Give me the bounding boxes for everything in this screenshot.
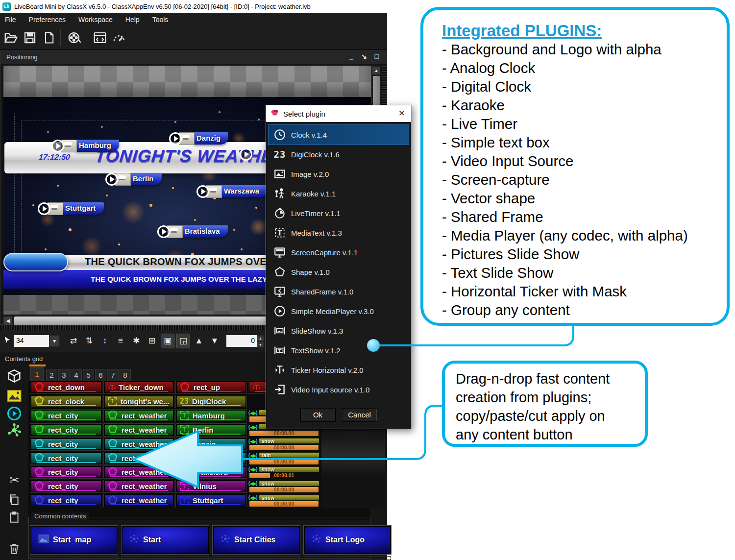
tab-5[interactable]: 5 — [83, 369, 94, 381]
common-button-start-map[interactable]: Start_map — [30, 526, 118, 554]
tab-7[interactable]: 7 — [107, 369, 119, 381]
image-content-icon[interactable] — [5, 388, 23, 404]
open-project-icon[interactable] — [2, 29, 19, 46]
media-reel-icon[interactable] — [66, 29, 83, 46]
border-mode-icon[interactable]: ▣ — [161, 334, 174, 348]
layer-down-icon[interactable]: ▼ — [208, 334, 221, 348]
content-button[interactable]: TBerlin — [176, 424, 246, 436]
media-cell[interactable]: (◀▶)snow 00:00.00 — [248, 438, 319, 450]
common-button-start-cities[interactable]: Start Cities — [213, 526, 300, 554]
city-label-danzig[interactable]: Danzig — [169, 132, 228, 145]
effects-hub-icon[interactable] — [5, 422, 23, 438]
content-button[interactable]: rect_city — [30, 494, 102, 507]
city-label-stuttgart[interactable]: Stuttgart — [38, 202, 104, 215]
content-button[interactable]: Tdanzig — [176, 438, 246, 450]
content-button[interactable]: rect_clock — [30, 395, 102, 408]
content-button[interactable]: THamburg — [176, 410, 246, 422]
center-object-icon[interactable]: ✱ — [129, 334, 143, 348]
plugin-item-ticker[interactable]: Ticker Horizontal v.2.0 — [269, 360, 409, 380]
content-button[interactable]: rect_city — [30, 452, 102, 464]
plugin-item-mediaplayer[interactable]: Simple MediaPlayer v.3.0 — [269, 301, 409, 321]
align-horizontal-icon[interactable]: ⇄ — [67, 334, 80, 348]
plugin-item-clock[interactable]: Clock v.1.4 — [269, 125, 409, 145]
dialog-titlebar[interactable]: Select plugin ✕ — [266, 105, 411, 122]
content-button[interactable]: rect_city — [30, 466, 102, 478]
media-cell[interactable]: (◀▶)snow 00:00.00 — [248, 494, 319, 507]
common-button-start-logo[interactable]: Start Logo — [304, 526, 391, 554]
code-window-icon[interactable] — [92, 29, 108, 46]
content-button[interactable]: rect_city — [30, 424, 102, 436]
plugin-item-textshow[interactable]: TextShow v.1.2 — [269, 341, 409, 360]
content-button[interactable]: rect_weather — [104, 410, 174, 422]
media-cell[interactable]: (◀▶)rain 00:00.00 — [248, 452, 319, 464]
content-button[interactable]: rect_city — [30, 438, 102, 450]
paste-icon[interactable] — [5, 509, 23, 526]
content-button[interactable]: rect_weather — [104, 480, 174, 492]
content-button[interactable]: rect_weather — [104, 494, 174, 507]
plugin-item-karaoke[interactable]: Karaoke v.1.1 — [269, 184, 409, 203]
content-button[interactable]: Twarszawa — [176, 452, 246, 464]
content-button[interactable]: rect_city — [30, 480, 102, 492]
content-button[interactable]: rect_up — [176, 381, 246, 393]
city-label-berlin[interactable]: Berlin — [105, 172, 162, 186]
play-content-icon[interactable] — [5, 405, 23, 422]
layer-up-icon[interactable]: ▲ — [192, 334, 206, 348]
common-button-start[interactable]: Start — [122, 526, 209, 554]
tab-3[interactable]: 3 — [58, 369, 70, 381]
new-document-icon[interactable] — [41, 29, 57, 46]
plugin-item-shape[interactable]: Shape v.1.0 — [269, 262, 409, 282]
content-button[interactable]: 23DigiClock — [176, 395, 246, 408]
tab-6[interactable]: 6 — [95, 369, 106, 381]
tab-2[interactable]: 2 — [46, 369, 57, 381]
content-button[interactable]: rect_weather — [104, 438, 174, 450]
plugin-item-digiclock[interactable]: 23 DigiClock v.1.6 — [269, 145, 409, 164]
cut-icon[interactable]: ✂ — [5, 472, 23, 488]
menu-help[interactable]: Help — [125, 16, 140, 24]
menu-workspace[interactable]: Workspace — [78, 16, 113, 24]
menu-preferences[interactable]: Preferences — [29, 16, 66, 24]
plugin-item-slideshow[interactable]: SlideShow v.1.3 — [269, 321, 409, 341]
plugin-item-sharedframe[interactable]: SharedFrame v.1.0 — [269, 282, 409, 301]
cursor-tool-icon[interactable] — [3, 335, 12, 347]
align-top-icon[interactable]: ⇅ — [82, 334, 96, 348]
content-button[interactable]: ›T‹Ticker_down — [104, 381, 174, 393]
cube-3d-icon[interactable] — [5, 368, 23, 385]
media-cell[interactable]: (◀▶)snow 00:00.01 — [248, 466, 319, 478]
scroll-up-button[interactable]: ▲ — [372, 67, 380, 74]
content-button[interactable]: rect_weather — [104, 424, 174, 436]
scroll-left-button[interactable]: ◀ — [3, 317, 12, 325]
scale-mode-icon[interactable]: ◲ — [176, 334, 190, 348]
offset-spinner-input[interactable]: 0 — [226, 335, 257, 347]
tab-4[interactable]: 4 — [71, 369, 82, 381]
content-button[interactable]: rect_weather — [104, 452, 174, 464]
grid-size-dropdown[interactable]: ▾ — [49, 335, 60, 347]
tab-8[interactable]: 8 — [120, 369, 131, 381]
plugin-item-livetimer[interactable]: LiveTimer v.1.1 — [269, 203, 409, 223]
content-button[interactable]: rect_down — [30, 381, 102, 393]
close-icon[interactable]: ✕ — [398, 108, 405, 119]
performance-gauge-icon[interactable] — [111, 29, 127, 46]
plugin-item-videoinput[interactable]: Video Input source v.1.0 — [269, 380, 409, 399]
content-button[interactable]: TStuttgart — [176, 494, 246, 507]
media-cell[interactable]: (◀▶)snow 00:00.00 — [248, 480, 319, 492]
distribute-rows-icon[interactable]: ≡ — [114, 334, 127, 348]
spinner-buttons[interactable]: ▲▼ — [257, 335, 264, 347]
plugin-item-mediatext[interactable]: MediaText v.1.3 — [269, 223, 409, 243]
content-button[interactable]: TVilnius — [176, 480, 246, 492]
copy-icon[interactable] — [5, 491, 23, 508]
city-label-clipped[interactable] — [240, 147, 252, 161]
content-button[interactable]: rect_city — [30, 410, 102, 422]
tab-1[interactable]: 1 — [30, 367, 44, 381]
trash-icon[interactable] — [5, 540, 23, 557]
menu-file[interactable]: File — [5, 16, 16, 24]
plugin-item-screencapture[interactable]: ScreenCapture v.1.1 — [269, 243, 409, 262]
content-button[interactable]: Ttonight's we... — [104, 395, 174, 408]
grid-view-icon[interactable]: ⊞ — [145, 334, 159, 348]
city-label-warszawa[interactable]: Warszawa — [196, 185, 267, 198]
city-label-bratislava[interactable]: Bratislava — [157, 225, 228, 238]
cancel-button[interactable]: Cancel — [342, 408, 377, 422]
ok-button[interactable]: Ok — [300, 408, 336, 422]
menu-tools[interactable]: Tools — [152, 16, 169, 24]
city-label-hamburg[interactable]: Hamburg — [51, 139, 119, 152]
content-button[interactable]: rect_weather — [104, 466, 174, 478]
